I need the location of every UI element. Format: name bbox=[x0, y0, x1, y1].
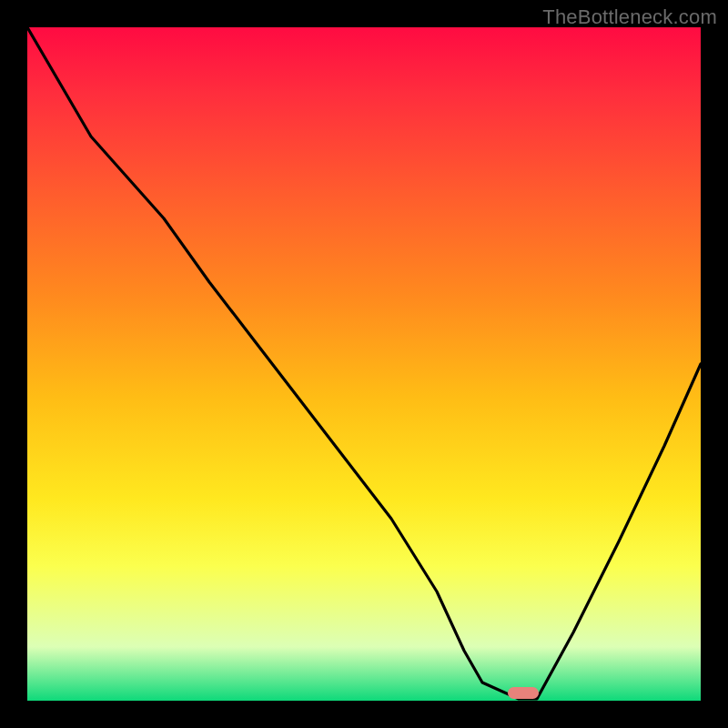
highlight-marker bbox=[508, 687, 539, 699]
plot-area bbox=[27, 27, 701, 701]
watermark-text: TheBottleneck.com bbox=[542, 5, 717, 29]
chart-frame: TheBottleneck.com bbox=[0, 0, 728, 728]
bottleneck-curve bbox=[27, 27, 701, 701]
